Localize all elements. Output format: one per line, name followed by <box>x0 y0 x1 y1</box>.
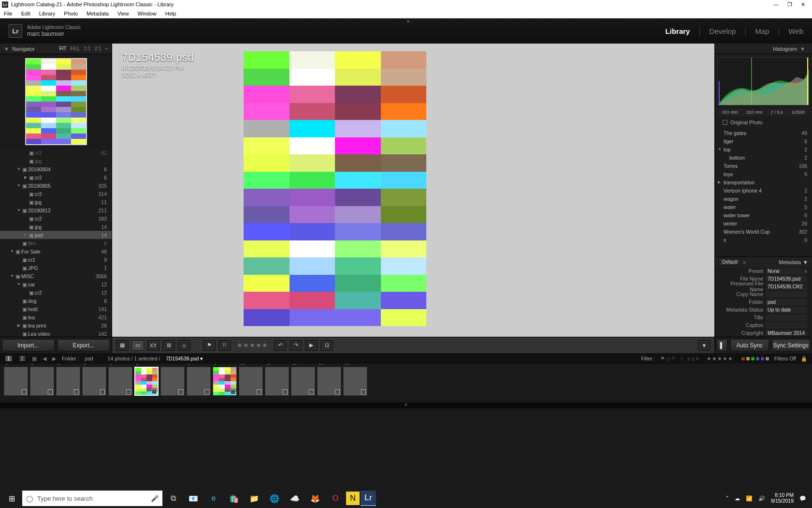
store-icon[interactable]: 🛍️ <box>224 491 244 506</box>
notifications-icon[interactable]: 💬 <box>799 495 806 502</box>
folder-row[interactable]: ▣jpg14 <box>0 223 112 231</box>
slideshow-button[interactable]: ▶ <box>305 340 318 351</box>
edge-icon[interactable]: e <box>204 491 223 506</box>
rating-stars[interactable]: ★★★★★ <box>237 342 268 349</box>
export-button[interactable]: Export... <box>58 339 110 351</box>
keyword-row[interactable]: water tower6 <box>715 211 812 219</box>
compare-view-button[interactable]: XY <box>147 340 160 351</box>
auto-sync-button[interactable]: Auto Sync <box>730 339 769 351</box>
navigator-header[interactable]: ▼ Navigator FITFILL1:12:1÷ <box>0 44 112 54</box>
filmstrip-thumb[interactable]: 4⊡ <box>82 367 106 396</box>
folder-row[interactable]: ▼▣car12 <box>0 280 112 288</box>
chrome-icon[interactable]: 🌐 <box>265 491 284 506</box>
keyword-row[interactable]: toys5 <box>715 170 812 178</box>
panel-collapse-handle-top[interactable]: ▲ <box>406 18 410 23</box>
filmstrip-thumb[interactable]: 12⊡ <box>291 367 315 396</box>
keyword-row[interactable]: bottom2 <box>715 153 812 162</box>
menu-metadata[interactable]: Metadata <box>87 11 109 16</box>
folder-row[interactable]: ▼▣MISC3066 <box>0 272 112 280</box>
folder-row[interactable]: ▼▣20190812211 <box>0 206 112 214</box>
folder-row[interactable]: ▷▣psd14 <box>0 231 112 239</box>
folder-row[interactable]: ▣dog8 <box>0 297 112 305</box>
onedrive-icon[interactable]: ☁️ <box>285 491 304 506</box>
filmstrip-thumb[interactable]: 14⊡ <box>343 367 367 396</box>
current-photo[interactable]: 7D154539.psd ▾ <box>166 356 203 361</box>
folder-row[interactable]: ▣film0 <box>0 239 112 247</box>
tray-wifi-icon[interactable]: 📶 <box>746 495 753 502</box>
keyword-row[interactable]: x0 <box>715 236 812 244</box>
folder-row[interactable]: ▣hold141 <box>0 305 112 313</box>
mail-app-icon[interactable]: 📧 <box>184 491 203 506</box>
folder-row[interactable]: ▣Lea video142 <box>0 329 112 337</box>
histogram-header[interactable]: Histogram ▼ <box>715 44 812 54</box>
filmstrip-thumb[interactable]: 2⊡ <box>30 367 54 396</box>
people-view-button[interactable]: ☺ <box>178 340 190 351</box>
color-filter[interactable] <box>741 357 769 361</box>
filmstrip-thumb[interactable]: 1⊡ <box>4 367 28 396</box>
metadata-row[interactable]: CopyrightMBaumser 2014 <box>715 329 812 337</box>
folder-row[interactable]: ▣jpg11 <box>0 198 112 206</box>
nav-mode-2:1[interactable]: 2:1 <box>95 46 102 51</box>
folder-row[interactable]: ▶▣lea print28 <box>0 321 112 329</box>
nav-mode-FILL[interactable]: FILL <box>71 46 80 51</box>
filmstrip-thumb[interactable]: 9⊡ <box>213 367 237 396</box>
keyword-row[interactable]: wagon2 <box>715 194 812 203</box>
metadata-row[interactable]: Folderpsd <box>715 298 812 306</box>
menu-help[interactable]: Help <box>165 11 176 16</box>
folder-row[interactable]: ▣cr2183 <box>0 214 112 223</box>
keyword-row[interactable]: Women's World Cup302 <box>715 227 812 236</box>
grid-view-button[interactable]: ▦ <box>116 340 129 351</box>
folder-row[interactable]: ▣cr2314 <box>0 190 112 198</box>
grid-icon[interactable]: ▦ <box>32 356 37 361</box>
loupe-view[interactable]: 7D154539.psd 8/12/2019 6:24:22 PM 3051 x… <box>112 44 714 337</box>
survey-view-button[interactable]: ⊞ <box>162 340 175 351</box>
flag-pick-button[interactable]: ⚑ <box>203 340 216 351</box>
start-button[interactable]: ⊞ <box>2 491 21 506</box>
keyword-row[interactable]: Verizon Iphone 42 <box>715 186 812 194</box>
firefox-icon[interactable]: 🦊 <box>305 491 325 506</box>
filmstrip-thumb[interactable]: 6⊡ <box>134 367 159 396</box>
prev-button[interactable]: ↶ <box>274 340 287 351</box>
metadata-row[interactable]: Caption <box>715 321 812 329</box>
folder-row[interactable]: ▣JPG1 <box>0 264 112 272</box>
metadata-preset-row[interactable]: Preset None ≡ <box>715 267 812 275</box>
navigator-thumbnail[interactable] <box>0 54 112 149</box>
tray-volume-icon[interactable]: 🔊 <box>758 495 765 502</box>
toolbar-menu-button[interactable]: ▼ <box>698 340 710 351</box>
histogram[interactable] <box>718 57 809 105</box>
module-map[interactable]: Map <box>755 27 769 35</box>
original-photo-toggle[interactable]: Original Photo <box>718 118 809 127</box>
filmstrip-thumb[interactable]: 11⊡ <box>265 367 289 396</box>
keyword-row[interactable]: The gates49 <box>715 129 812 137</box>
panel-collapse-handle-bottom[interactable]: ▼ <box>0 403 812 408</box>
tray-chevron-icon[interactable]: ˄ <box>726 495 729 502</box>
menu-window[interactable]: Window <box>138 11 157 16</box>
menu-library[interactable]: Library <box>39 11 56 16</box>
keyword-row[interactable]: winter26 <box>715 219 812 227</box>
back-icon[interactable]: ◀ <box>43 356 46 361</box>
task-view-button[interactable]: ⧉ <box>163 491 183 506</box>
secondary-display-2[interactable]: 2 <box>18 355 26 362</box>
close-icon[interactable]: ✕ <box>801 1 805 8</box>
search-box[interactable]: ◯ Type here to search 🎤 <box>22 491 162 506</box>
module-develop[interactable]: Develop <box>709 27 736 35</box>
nav-mode-menu[interactable]: ÷ <box>105 46 108 51</box>
keyword-row[interactable]: water5 <box>715 203 812 211</box>
minimize-icon[interactable]: — <box>773 1 779 8</box>
thumbnail-size-button[interactable]: ⊡ <box>320 340 333 351</box>
metadata-row[interactable]: Copy Name <box>715 290 812 298</box>
filmstrip-thumb[interactable]: 13⊡ <box>317 367 341 396</box>
folder-row[interactable]: ▣cr29 <box>0 255 112 264</box>
filmstrip-thumb[interactable]: 7⊡ <box>160 367 185 396</box>
keyword-row[interactable]: ▼top2 <box>715 145 812 153</box>
rating-filter-icon[interactable]: ≥ ≤ = <box>687 356 699 361</box>
folder-row[interactable]: ▣cr282 <box>0 149 112 157</box>
nav-mode-FIT[interactable]: FIT <box>59 46 67 51</box>
folder-row[interactable]: ▼▣201908046 <box>0 165 112 173</box>
forward-icon[interactable]: ▶ <box>52 356 56 361</box>
sync-toggle[interactable]: ▌ <box>717 339 727 351</box>
nav-mode-1:1[interactable]: 1:1 <box>84 46 91 51</box>
opera-icon[interactable]: O <box>326 491 345 506</box>
folder-name[interactable]: psd <box>85 356 93 361</box>
filmstrip-thumb[interactable]: 5⊡ <box>108 367 132 396</box>
